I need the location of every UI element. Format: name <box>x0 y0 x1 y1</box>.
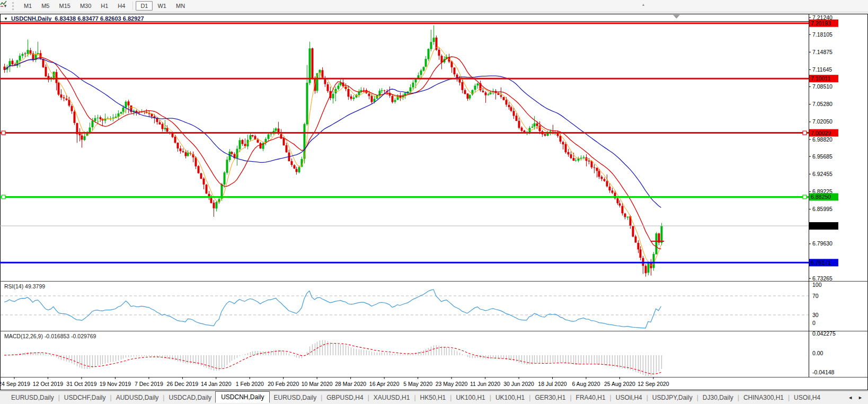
y-axis-tick-label: 7.08510 <box>812 83 832 90</box>
axis-price-box-label: 6.76171 <box>811 259 831 266</box>
y-axis-tick-label: 6.95685 <box>812 153 832 160</box>
timeframe-button-m1[interactable]: M1 <box>19 1 37 11</box>
y-axis-tick-label: 6.85995 <box>812 206 832 212</box>
chart-tab-14-usdjpy-daily[interactable]: USDJPY,Daily <box>649 392 696 403</box>
chart-canvas: 7.212407.181057.148757.116457.085107.052… <box>0 0 868 404</box>
axis-price-box-label: 7.10011 <box>811 75 830 82</box>
chart-tab-17-usoil-h4[interactable]: USOil,H4 <box>790 392 824 403</box>
axis-price-box-label: 7.20193 <box>811 20 831 27</box>
rsi-axis-label: 100 <box>812 282 822 288</box>
chart-tab-13-usoil-h4[interactable]: USOil,H4 <box>612 392 646 403</box>
macd-axis-label: 0.00 <box>812 350 823 356</box>
toolbar-separator <box>132 2 133 10</box>
hline-handle[interactable] <box>803 195 807 199</box>
y-axis-tick-label: 6.98820 <box>812 136 832 143</box>
timeframe-button-m5[interactable]: M5 <box>37 1 54 11</box>
rsi-axis-label: 30 <box>812 312 819 318</box>
x-axis-date-label: 28 Mar 2020 <box>335 381 366 387</box>
chart-tab-0-eurusd-daily[interactable]: EURUSD,Daily <box>7 392 58 403</box>
chart-tab-bar: EURUSD,Daily|USDCHF,Daily|AUDUSD,Daily|U… <box>0 391 868 404</box>
timeframe-button-m30[interactable]: M30 <box>75 1 96 11</box>
rsi-label: RSI(14) 49.3799 <box>4 283 45 289</box>
x-axis-date-label: 5 May 2020 <box>403 381 432 387</box>
hline-handle[interactable] <box>2 131 5 135</box>
chart-tab-8-hk50-h1[interactable]: HK50,H1 <box>417 392 450 403</box>
chart-tab-10-uk100-h1[interactable]: UK100,H1 <box>492 392 528 403</box>
tab-nav: ◄ ► <box>848 395 868 400</box>
timeframe-button-mn[interactable]: MN <box>171 1 190 11</box>
y-axis-tick-label: 7.18105 <box>812 31 832 38</box>
toolbar-grip[interactable] <box>12 2 15 10</box>
macd-axis-label: -0.04148 <box>812 369 835 375</box>
mt4-window: 7.212407.181057.148757.116457.085107.052… <box>0 0 868 404</box>
symbol-title: USDCNH,Daily <box>11 15 51 22</box>
x-axis-date-label: 25 Aug 2020 <box>604 381 635 387</box>
y-axis-tick-label: 6.73265 <box>812 275 832 282</box>
chart-title: ▼ USDCNH,Daily 6.83438 6.83477 6.82603 6… <box>4 15 144 22</box>
macd-label: MACD(12,26,9) -0.016853 -0.029769 <box>4 333 96 339</box>
x-axis-date-label: 18 Jul 2020 <box>538 381 566 387</box>
y-axis-tick-label: 7.05280 <box>812 101 832 107</box>
chart-tab-4-usdcnh-daily[interactable]: USDCNH,Daily <box>215 391 270 403</box>
toolbar-overflow-icon[interactable]: ▴ <box>642 2 644 7</box>
tab-scroll-left-icon[interactable]: ◄ <box>848 395 853 400</box>
axis-price-box-label: 7.00029 <box>811 130 831 136</box>
timeframe-button-h1[interactable]: H1 <box>96 1 113 11</box>
x-axis-date-label: 14 Jan 2020 <box>201 381 232 387</box>
rsi-axis-label: 0 <box>812 320 816 326</box>
hline-handle[interactable] <box>2 195 5 199</box>
macd-axis-label: 0.042275 <box>812 330 836 337</box>
x-axis-date-label: 31 Oct 2019 <box>66 381 96 387</box>
chart-tab-6-gbpusd-h4[interactable]: GBPUSD,H4 <box>323 392 367 403</box>
chart-tab-2-audusd-daily[interactable]: AUDUSD,Daily <box>112 392 163 403</box>
x-axis-date-label: 26 Dec 2019 <box>167 381 199 387</box>
window-menu-icon[interactable]: ▼ <box>4 16 8 21</box>
chart-tab-1-usdchf-daily[interactable]: USDCHF,Daily <box>60 392 110 403</box>
y-axis-tick-label: 6.79630 <box>812 240 832 247</box>
timeframe-button-h4[interactable]: H4 <box>113 1 130 11</box>
timeframe-toolbar: ▼ M1M5M15M30H1H4D1W1MN ▴ <box>0 0 868 12</box>
x-axis-date-label: 12 Oct 2019 <box>33 381 63 387</box>
x-axis-date-label: 19 Nov 2019 <box>100 381 131 387</box>
axis-price-box-label: 6.82927 <box>811 223 831 229</box>
ohlc-quote: 6.83438 6.83477 6.82603 6.82927 <box>55 15 144 22</box>
hline-handle[interactable] <box>803 131 807 135</box>
chart-tab-9-uk100-h1[interactable]: UK100,H1 <box>452 392 489 403</box>
y-axis-tick-label: 7.11645 <box>812 66 832 73</box>
zigzag-icon <box>0 0 7 7</box>
x-axis-date-label: 7 Dec 2019 <box>135 381 163 387</box>
y-axis-tick-label: 7.02050 <box>812 118 832 125</box>
axis-price-box-label: 6.88250 <box>811 194 831 200</box>
y-axis-tick-label: 7.21240 <box>812 14 832 21</box>
chart-tab-11-ger30-h1[interactable]: GER30,H1 <box>531 392 569 403</box>
chart-tool-button[interactable]: ▼ <box>2 3 9 9</box>
x-axis-date-label: 16 Apr 2020 <box>369 381 400 387</box>
chart-tab-16-china300-h1[interactable]: CHINA300,H1 <box>740 392 787 403</box>
x-axis-date-label: 10 Mar 2020 <box>302 381 333 387</box>
x-axis-date-label: 11 Jun 2020 <box>470 381 500 387</box>
x-axis-date-label: 1 Feb 2020 <box>236 381 264 387</box>
y-axis-tick-label: 6.92455 <box>812 171 832 177</box>
x-axis-date-label: 30 Jun 2020 <box>503 381 534 387</box>
x-axis-date-label: 6 Aug 2020 <box>572 381 600 387</box>
timeframe-buttons: M1M5M15M30H1H4D1W1MN <box>19 1 190 11</box>
chart-tab-3-usdcad-daily[interactable]: USDCAD,Daily <box>165 392 215 403</box>
timeframe-button-d1[interactable]: D1 <box>136 1 153 11</box>
timeframe-button-m15[interactable]: M15 <box>54 1 75 11</box>
rsi-axis-label: 70 <box>812 293 819 299</box>
timeframe-button-w1[interactable]: W1 <box>153 1 171 11</box>
tab-scroll-right-icon[interactable]: ► <box>858 395 863 400</box>
y-axis-tick-label: 7.14875 <box>812 49 832 55</box>
x-axis-date-label: 20 Feb 2020 <box>268 381 299 387</box>
x-axis-date-label: 12 Sep 2020 <box>637 381 669 387</box>
x-axis-date-label: 23 May 2020 <box>436 381 468 387</box>
chart-tab-7-xauusd-h1[interactable]: XAUUSD,H1 <box>370 392 414 403</box>
chart-tab-5-eurusd-daily[interactable]: EURUSD,Daily <box>270 392 320 403</box>
chart-tab-15-dj30-daily[interactable]: DJ30,Daily <box>699 392 737 403</box>
x-axis-date-label: 24 Sep 2019 <box>0 381 30 387</box>
chart-tab-12-fra40-h1[interactable]: FRA40,H1 <box>572 392 609 403</box>
tab-bar-items: EURUSD,Daily|USDCHF,Daily|AUDUSD,Daily|U… <box>7 392 824 403</box>
